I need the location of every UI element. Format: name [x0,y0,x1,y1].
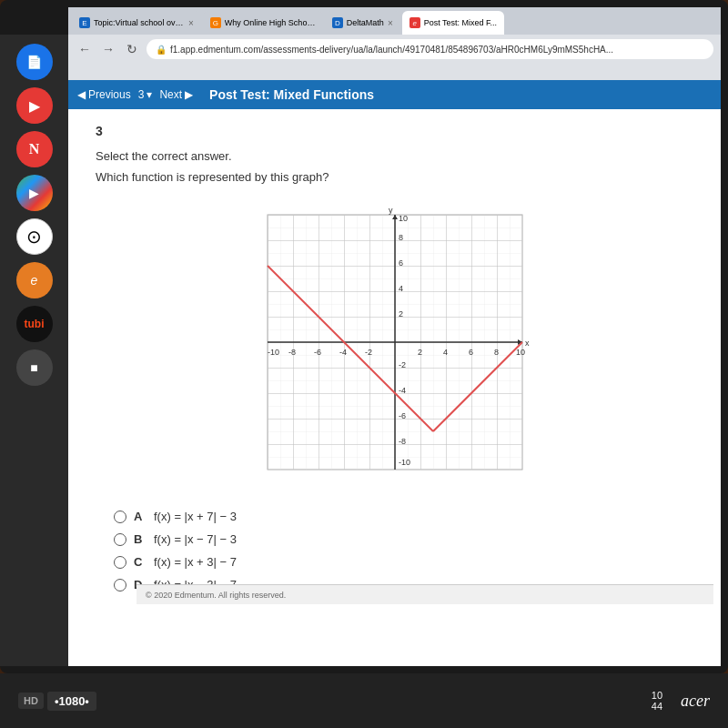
tab-favicon-posttest: e [410,17,420,28]
y-axis-label-neg8: -8 [399,437,406,446]
answer-label-b: B [134,532,148,546]
answer-text-a: f(x) = |x + 7| − 3 [154,510,237,523]
next-label: Next [159,88,182,101]
chrome-icon[interactable]: ⊙ [16,218,53,255]
edmentum-icon[interactable]: e [16,262,53,298]
tab-deltamath[interactable]: D DeltaMath × [325,11,400,35]
x-label: x [525,339,530,348]
tubi-icon[interactable]: tubi [16,306,53,342]
radio-b[interactable] [114,533,126,546]
y-axis-label-8: 8 [399,233,403,242]
answer-label-a: A [134,510,148,523]
tab-favicon-highschool: G [210,17,221,28]
docs-icon[interactable]: 📄 [16,44,53,80]
toolbar-title: Post Test: Mixed Functions [209,87,374,102]
y-axis-label-neg4: -4 [399,386,406,395]
question-counter[interactable]: 3 ▾ [138,88,153,101]
y-axis-label-neg2: -2 [399,360,406,369]
x-axis-label-neg2: -2 [365,348,372,357]
x-axis-label-2: 2 [418,348,422,357]
x-axis-label-neg8: -8 [288,348,296,357]
copyright-text: © 2020 Edmentum. All rights reserved. [146,591,286,600]
browser-screen: E Topic:Virtual school over Physic... × … [68,7,721,666]
radio-a[interactable] [114,511,126,523]
y-axis-label-neg10: -10 [399,458,410,467]
forward-button[interactable]: → [99,42,117,56]
youtube-icon[interactable]: ▶ [16,87,53,124]
app-sidebar: 📄 ▶ N ▶ ⊙ e tubi ■ [0,35,68,666]
prev-label: Previous [88,88,131,101]
tab-topic[interactable]: E Topic:Virtual school over Physic... × [72,11,201,35]
acer-logo: acer [681,692,710,711]
browser-chrome: E Topic:Virtual school over Physic... × … [68,7,721,80]
time-hour: 10 [652,690,662,701]
tab-close-topic[interactable]: × [188,18,194,28]
answer-choices: A f(x) = |x + 7| − 3 B f(x) = |x − 7| − … [114,510,693,592]
answer-item-c[interactable]: C f(x) = |x + 3| − 7 [114,555,693,569]
radio-d[interactable] [114,579,126,592]
tab-deltamath-label: DeltaMath [347,18,384,27]
tab-posttest-label: Post Test: Mixed F... [424,18,497,27]
tab-favicon-deltamath: D [332,17,343,28]
tab-close-deltamath[interactable]: × [388,18,393,28]
hd-label: HD [18,693,44,709]
tab-bar: E Topic:Virtual school over Physic... × … [68,7,721,35]
question-number: 3 [96,124,693,138]
answer-label-c: C [134,555,148,569]
address-text: f1.app.edmentum.com/assessments-delivery… [170,45,613,55]
address-field[interactable]: 🔒 f1.app.edmentum.com/assessments-delive… [147,39,713,59]
files-icon[interactable]: ■ [16,349,53,386]
y-axis-label-6: 6 [399,258,403,268]
answer-item-b[interactable]: B f(x) = |x − 7| − 3 [114,532,693,546]
x-axis-label-neg6: -6 [314,348,321,357]
answer-item-a[interactable]: A f(x) = |x + 7| − 3 [114,510,693,523]
y-axis-label-2: 2 [399,309,403,318]
taskbar: HD •1080• 10 44 acer [0,673,728,728]
reload-button[interactable]: ↻ [123,42,141,56]
counter-dropdown-icon: ▾ [147,88,152,101]
resolution-label: •1080• [47,692,96,711]
prev-arrow-icon: ◀ [77,88,86,101]
tab-topic-label: Topic:Virtual school over Physic... [94,18,185,27]
answer-text-b: f(x) = |x − 7| − 3 [154,532,237,546]
counter-number: 3 [138,88,145,101]
tab-favicon-topic: E [79,17,90,28]
y-label: y [389,206,393,215]
x-axis-label-10: 10 [516,348,525,357]
address-bar-row: ← → ↻ 🔒 f1.app.edmentum.com/assessments-… [68,35,721,64]
main-content: 3 Select the correct answer. Which funct… [68,109,721,666]
question-instruction: Select the correct answer. [96,149,693,163]
y-axis-label-neg6: -6 [399,411,406,420]
y-axis-label-4: 4 [399,284,403,293]
next-button[interactable]: Next ▶ [159,88,193,101]
footer-bar: © 2020 Edmentum. All rights reserved. [136,584,713,604]
x-axis-label-4: 4 [443,348,448,357]
graph-svg: 2 4 6 8 10 -2 -4 -6 -8 -10 2 4 6 8 10 -2… [240,197,550,488]
taskbar-brand: HD •1080• [18,692,96,711]
tab-highschool-label: Why Online High School Can Be... [225,18,316,27]
x-axis-label-neg4: -4 [339,348,347,357]
back-button[interactable]: ← [76,42,94,56]
x-axis-label-8: 8 [494,348,499,357]
time-minute: 44 [652,701,662,712]
play-store-icon[interactable]: ▶ [16,175,53,211]
edmentum-toolbar: ◀ Previous 3 ▾ Next ▶ Post Test: Mixed F… [68,80,721,109]
x-axis-label-6: 6 [469,348,473,357]
x-axis-label-neg10: -10 [268,348,279,357]
next-arrow-icon: ▶ [185,88,193,101]
radio-c[interactable] [114,556,126,569]
tab-posttest[interactable]: e Post Test: Mixed F... [402,11,504,35]
netflix-icon[interactable]: N [16,131,53,167]
taskbar-time: 10 44 [652,690,662,712]
graph-container: 2 4 6 8 10 -2 -4 -6 -8 -10 2 4 6 8 10 -2… [240,197,550,491]
question-text: Which function is represented by this gr… [96,170,693,184]
answer-text-c: f(x) = |x + 3| − 7 [154,555,237,569]
prev-button[interactable]: ◀ Previous [77,88,131,101]
y-axis-label-10: 10 [399,214,408,223]
tab-highschool[interactable]: G Why Online High School Can Be... [203,11,323,35]
